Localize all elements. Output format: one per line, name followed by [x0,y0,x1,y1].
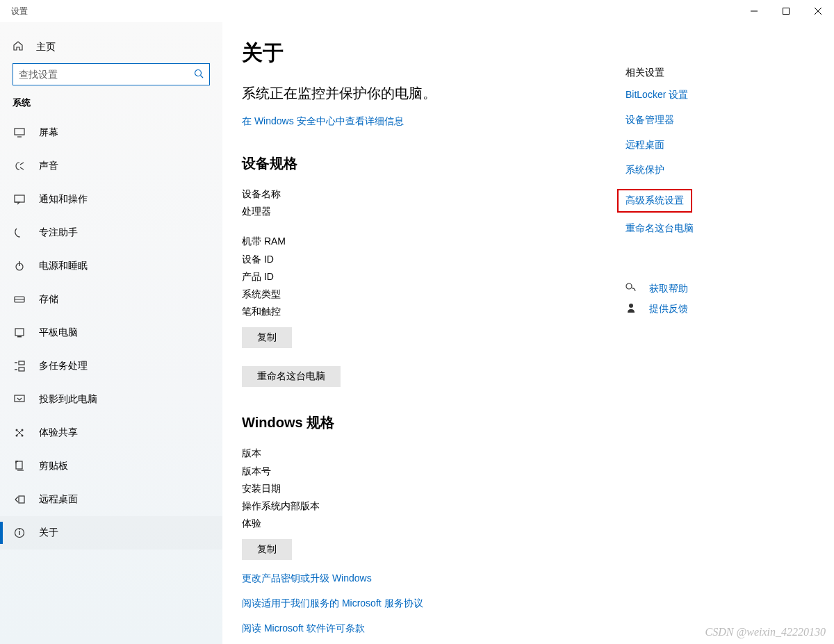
sidebar-item-label: 剪贴板 [39,460,68,472]
sidebar-item-9[interactable]: 体验共享 [0,416,222,449]
copy-device-spec-button[interactable]: 复制 [242,327,292,348]
svg-rect-26 [16,461,22,469]
related-setting-link[interactable]: 远程桌面 [626,139,806,151]
svg-rect-28 [19,496,24,503]
svg-rect-1 [783,8,790,15]
svg-rect-17 [19,361,24,365]
focus-assist-icon [13,227,26,238]
device-spec-row: 处理器 [242,203,626,220]
svg-point-4 [195,69,202,76]
related-setting-link[interactable]: BitLocker 设置 [626,89,806,101]
shared-experiences-icon [13,427,26,438]
sidebar-section-label: 系统 [0,97,222,116]
svg-line-5 [201,75,204,78]
device-spec-row: 设备 ID [242,251,626,268]
protection-status: 系统正在监控并保护你的电脑。 [242,84,626,103]
home-label: 主页 [36,41,56,53]
tablet-icon [13,328,26,338]
related-setting-link[interactable]: 重命名这台电脑 [626,222,806,235]
sound-icon [13,160,26,172]
sidebar-item-11[interactable]: 远程桌面 [0,483,222,516]
sidebar-item-8[interactable]: 投影到此电脑 [0,383,222,416]
settings-link[interactable]: 阅读 Microsoft 软件许可条款 [242,622,626,635]
rename-pc-button[interactable]: 重命名这台电脑 [242,366,341,387]
minimize-button[interactable] [738,0,770,22]
sidebar-item-10[interactable]: 剪贴板 [0,449,222,483]
get-help-row[interactable]: 获取帮助 [626,282,806,295]
search-icon [194,69,204,81]
sidebar-item-label: 投影到此电脑 [39,393,97,406]
related-settings-rail: 相关设置 BitLocker 设置设备管理器远程桌面系统保护高级系统设置重命名这… [626,39,806,644]
sidebar-item-3[interactable]: 专注助手 [0,216,222,249]
clipboard-icon [13,461,26,472]
watermark: CSDN @weixin_42220130 [705,626,826,638]
sidebar-item-label: 电源和睡眠 [39,260,88,272]
sidebar-item-label: 关于 [39,527,58,539]
svg-point-33 [629,304,633,308]
sidebar-item-1[interactable]: 声音 [0,149,222,183]
sidebar-item-2[interactable]: 通知和操作 [0,183,222,216]
device-spec-row: 设备名称 [242,185,626,203]
home-icon [13,40,26,53]
get-help-link[interactable]: 获取帮助 [649,283,688,295]
feedback-link[interactable]: 提供反馈 [649,303,688,315]
windows-spec-row: 安装日期 [242,480,626,497]
device-spec-heading: 设备规格 [242,154,626,173]
maximize-button[interactable] [770,0,802,22]
sidebar-item-label: 体验共享 [39,427,78,439]
svg-rect-13 [15,329,24,336]
related-settings-title: 相关设置 [626,67,806,79]
feedback-row[interactable]: 提供反馈 [626,302,806,315]
home-button[interactable]: 主页 [0,36,222,63]
svg-point-31 [19,529,20,530]
search-input[interactable] [19,69,194,80]
windows-spec-row: 体验 [242,515,626,532]
sidebar-item-label: 屏幕 [39,126,58,139]
multitask-icon [13,361,26,371]
about-icon [13,527,26,538]
security-center-link[interactable]: 在 Windows 安全中心中查看详细信息 [242,115,404,128]
sidebar-item-6[interactable]: 平板电脑 [0,316,222,349]
main-content: 关于 系统正在监控并保护你的电脑。 在 Windows 安全中心中查看详细信息 … [242,39,626,644]
feedback-icon [626,302,639,315]
sidebar-item-5[interactable]: 存储 [0,283,222,316]
sidebar-item-label: 专注助手 [39,226,78,239]
sidebar-item-label: 存储 [39,293,58,306]
sidebar-item-label: 声音 [39,160,58,172]
related-setting-link[interactable]: 设备管理器 [626,114,806,126]
copy-windows-spec-button[interactable]: 复制 [242,539,292,560]
related-setting-link[interactable]: 高级系统设置 [617,189,692,213]
settings-link[interactable]: 阅读适用于我们服务的 Microsoft 服务协议 [242,597,626,610]
device-spec-row: 机带 RAM [242,233,626,250]
sidebar-item-4[interactable]: 电源和睡眠 [0,249,222,283]
window-title: 设置 [11,6,28,17]
search-input-wrap[interactable] [13,63,210,85]
device-spec-row: 系统类型 [242,286,626,303]
svg-rect-14 [17,336,22,338]
sidebar-item-0[interactable]: 屏幕 [0,116,222,149]
device-spec-row: 产品 ID [242,268,626,286]
page-title: 关于 [242,39,626,67]
sidebar-item-label: 平板电脑 [39,327,78,339]
display-icon [13,128,26,138]
power-icon [13,261,26,272]
sidebar-item-label: 多任务处理 [39,360,88,372]
sidebar: 主页 系统 屏幕声音通知和操作专注助手电源和睡眠存储平板电脑多任务处理投影到此电… [0,22,222,644]
sidebar-item-7[interactable]: 多任务处理 [0,349,222,383]
help-icon [626,282,639,295]
device-spec-row: 笔和触控 [242,303,626,320]
sidebar-item-label: 远程桌面 [39,493,78,506]
remote-desktop-icon [13,495,26,504]
related-setting-link[interactable]: 系统保护 [626,164,806,176]
svg-rect-18 [19,368,24,371]
sidebar-item-label: 通知和操作 [39,193,88,206]
project-icon [13,395,26,404]
close-button[interactable] [802,0,834,22]
storage-icon [13,296,26,303]
windows-spec-row: 操作系统内部版本 [242,497,626,515]
svg-point-32 [626,283,632,289]
sidebar-item-12[interactable]: 关于 [0,516,222,550]
settings-link[interactable]: 更改产品密钥或升级 Windows [242,572,626,585]
windows-spec-row: 版本 [242,445,626,462]
windows-spec-heading: Windows 规格 [242,413,626,432]
